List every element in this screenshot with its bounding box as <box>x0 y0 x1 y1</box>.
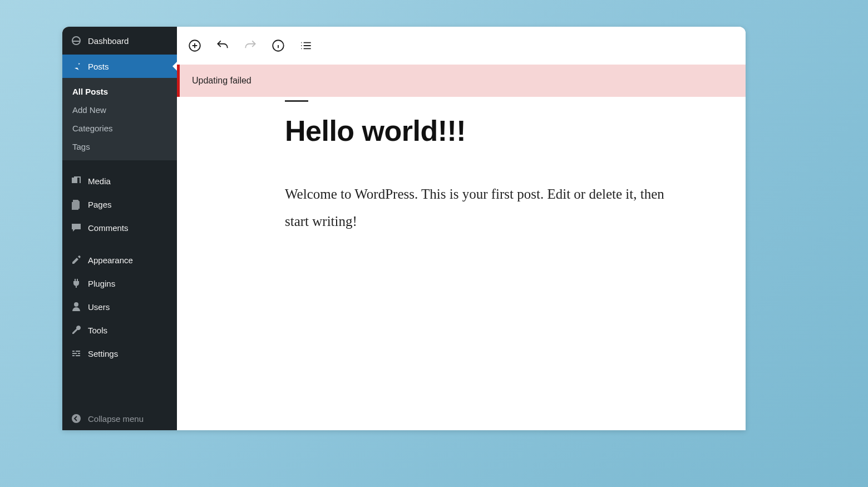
sidebar-item-comments[interactable]: Comments <box>62 216 177 239</box>
sidebar-item-plugins[interactable]: Plugins <box>62 272 177 295</box>
sidebar-label-tools: Tools <box>88 326 107 335</box>
active-arrow-icon <box>172 62 177 71</box>
title-rule <box>285 100 308 102</box>
pages-icon <box>70 198 82 210</box>
posts-submenu: All Posts Add New Categories Tags <box>62 78 177 160</box>
sidebar-label-users: Users <box>88 302 110 312</box>
submenu-all-posts[interactable]: All Posts <box>62 82 177 101</box>
sidebar-item-posts[interactable]: Posts <box>62 55 177 78</box>
post-title[interactable]: Hello world!!! <box>285 114 723 147</box>
collapse-label: Collapse menu <box>88 414 144 424</box>
sidebar-item-users[interactable]: Users <box>62 295 177 318</box>
sidebar-label-media: Media <box>88 176 111 186</box>
media-icon <box>70 175 82 187</box>
dashboard-icon <box>70 35 82 47</box>
collapse-icon <box>70 412 82 425</box>
pushpin-icon <box>70 60 82 72</box>
comments-icon <box>70 222 82 234</box>
editor-main: Updating failed Hello world!!! Welcome t… <box>177 27 746 430</box>
appearance-icon <box>70 254 82 266</box>
sidebar-item-tools[interactable]: Tools <box>62 318 177 342</box>
sidebar-label-appearance: Appearance <box>88 255 133 265</box>
info-button[interactable] <box>270 38 286 53</box>
submenu-tags[interactable]: Tags <box>62 137 177 156</box>
editor-toolbar <box>177 27 746 65</box>
title-block: Hello world!!! <box>285 100 723 147</box>
sidebar-item-appearance[interactable]: Appearance <box>62 248 177 272</box>
admin-sidebar: Dashboard Posts All Posts Add New Catego… <box>62 27 177 430</box>
sidebar-item-pages[interactable]: Pages <box>62 193 177 216</box>
error-notice: Updating failed <box>177 65 746 97</box>
outline-button[interactable] <box>298 38 314 53</box>
sidebar-label-settings: Settings <box>88 349 118 358</box>
sidebar-label-comments: Comments <box>88 223 129 233</box>
error-message: Updating failed <box>192 76 251 85</box>
undo-button[interactable] <box>215 38 230 53</box>
settings-icon <box>70 347 82 360</box>
sidebar-item-media[interactable]: Media <box>62 169 177 193</box>
editor-content[interactable]: Hello world!!! Welcome to WordPress. Thi… <box>177 97 746 430</box>
submenu-categories[interactable]: Categories <box>62 119 177 137</box>
post-body[interactable]: Welcome to WordPress. This is your first… <box>285 181 685 235</box>
sidebar-item-dashboard[interactable]: Dashboard <box>62 27 177 55</box>
users-icon <box>70 301 82 313</box>
sidebar-label-pages: Pages <box>88 200 112 209</box>
sidebar-label-posts: Posts <box>88 62 109 71</box>
svg-point-0 <box>72 414 81 423</box>
redo-button[interactable] <box>243 38 258 53</box>
wp-admin-window: Dashboard Posts All Posts Add New Catego… <box>62 27 746 430</box>
collapse-menu-button[interactable]: Collapse menu <box>62 407 177 430</box>
plugins-icon <box>70 277 82 289</box>
sidebar-item-settings[interactable]: Settings <box>62 342 177 365</box>
sidebar-label-plugins: Plugins <box>88 279 115 288</box>
sidebar-label-dashboard: Dashboard <box>88 36 129 46</box>
submenu-add-new[interactable]: Add New <box>62 101 177 119</box>
tools-icon <box>70 324 82 336</box>
add-block-button[interactable] <box>187 38 203 53</box>
